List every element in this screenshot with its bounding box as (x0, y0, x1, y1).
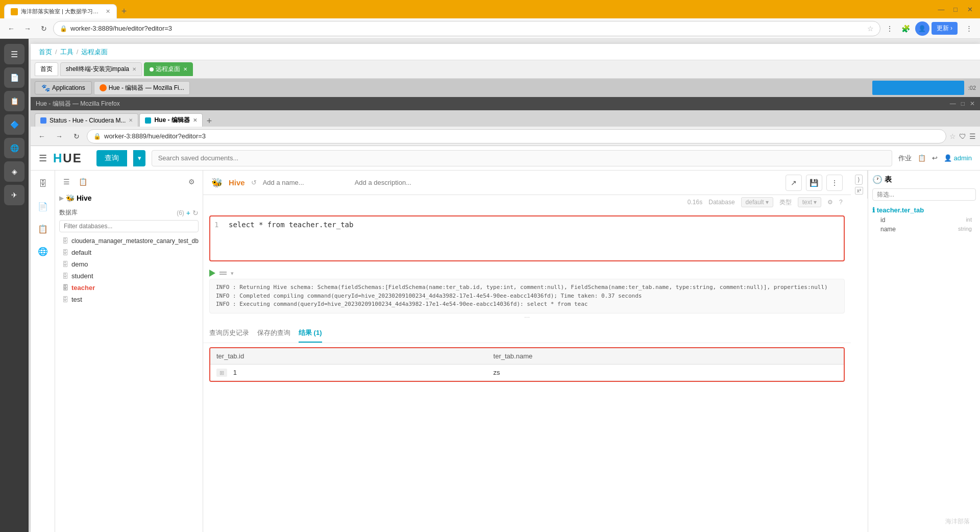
type-selector[interactable]: text ▾ (798, 197, 821, 207)
maximize-button[interactable]: □ (949, 3, 962, 15)
ff-shield-btn[interactable]: 🛡 (959, 132, 966, 140)
run-dropdown-icon[interactable]: ▾ (231, 270, 234, 277)
launcher-icon-2[interactable]: 📄 (4, 67, 24, 88)
db-item-cloudera[interactable]: 🗄 cloudera_manager_metastore_canary_test… (59, 235, 199, 247)
outer-tab-shell-close[interactable]: ✕ (132, 66, 136, 72)
sidebar-table-icon[interactable]: 📋 (34, 220, 52, 238)
forward-button[interactable]: → (20, 21, 35, 36)
tab-query-history[interactable]: 查询历史记录 (209, 326, 249, 343)
breadcrumb-home[interactable]: 首页 (39, 47, 52, 57)
ff-maximize[interactable]: □ (961, 100, 965, 107)
db-list-icon[interactable]: ☰ (59, 175, 74, 189)
db-settings-icon[interactable]: ⚙ (184, 175, 199, 189)
launcher-icon-7[interactable]: ✈ (4, 185, 24, 205)
code-editor-area[interactable]: 1 select * from teacher.ter_tab (209, 215, 845, 261)
close-button[interactable]: ✕ (964, 3, 976, 15)
outer-tab-shell[interactable]: shell终端-安装完impala ✕ (60, 62, 142, 76)
save-query-btn[interactable]: 💾 (806, 175, 822, 191)
taskbar-items: Hue - 编辑器 — Mozilla Fi... (94, 81, 870, 95)
applications-button[interactable]: 🐾 Applications (35, 81, 92, 94)
firefox-tab-hue[interactable]: Hue - 编辑器 ✕ (139, 113, 202, 127)
ff-menu-icon[interactable]: ☰ (969, 132, 976, 140)
maximize-editor-btn[interactable]: ↗ (786, 175, 802, 191)
resizer-handle[interactable]: ⋯ (203, 313, 851, 322)
query-button[interactable]: 查询 (96, 150, 127, 166)
work-btn[interactable]: 作业 (898, 154, 912, 163)
outer-tab-remote-close[interactable]: ✕ (183, 66, 187, 72)
back-button[interactable]: ← (4, 21, 18, 36)
ff-refresh-btn[interactable]: ↻ (69, 129, 84, 143)
run-button[interactable] (209, 270, 215, 277)
hue-menu-icon[interactable]: ☰ (39, 153, 47, 164)
firefox-tab-status[interactable]: Status - Hue - Cloudera M... ✕ (35, 113, 138, 127)
tab-status-close[interactable]: ✕ (129, 117, 133, 123)
outer-tab-remote[interactable]: 远程桌面 ✕ (144, 62, 193, 76)
settings-button[interactable]: ⋮ (883, 21, 897, 36)
undo-icon[interactable]: ↩ (932, 154, 938, 162)
query-desc-input[interactable] (355, 179, 440, 186)
bookmark-star-icon[interactable]: ☆ (867, 25, 874, 33)
more-options-btn[interactable]: ⋮ (826, 175, 843, 191)
assist-toggle-btn[interactable]: ⟩ (855, 175, 863, 185)
col-name-header: ter_tab.name (487, 348, 844, 365)
ff-star-icon[interactable]: ☆ (949, 132, 956, 140)
db-item-default[interactable]: 🗄 default (59, 247, 199, 258)
hive-section-header[interactable]: ▶ 🐝 Hive (59, 192, 199, 204)
col-name-item: name string (876, 225, 976, 234)
launcher-icon-3[interactable]: 📋 (4, 91, 24, 111)
firefox-new-tab-btn[interactable]: + (204, 116, 215, 127)
hue-search-input[interactable] (152, 150, 892, 166)
refresh-button[interactable]: ↻ (37, 21, 51, 36)
hue-taskbar-btn[interactable]: Hue - 编辑器 — Mozilla Fi... (94, 81, 190, 95)
row-expand-icon[interactable]: ⊞ (216, 369, 227, 377)
history-icon[interactable]: 📋 (918, 154, 926, 162)
breadcrumb-remote-desktop[interactable]: 远程桌面 (81, 47, 108, 57)
db-add-btn[interactable]: + (186, 209, 190, 217)
update-button[interactable]: 更新 › (932, 22, 958, 35)
db-filter-input[interactable] (59, 220, 199, 232)
table-tree-parent[interactable]: ℹ teacher.ter_tab (872, 205, 976, 215)
sidebar-globe-icon[interactable]: 🌐 (34, 242, 52, 260)
tab-hue-close[interactable]: ✕ (193, 117, 197, 123)
db-copy-icon[interactable]: 📋 (76, 175, 90, 189)
launcher-icon-5[interactable]: 🌐 (4, 138, 24, 158)
sidebar-db-icon[interactable]: 🗄 (34, 175, 52, 193)
address-bar[interactable]: 🔒 worker-3:8889/hue/editor?editor=3 ☆ (53, 21, 880, 36)
tab-saved-queries[interactable]: 保存的查询 (257, 326, 290, 343)
sidebar-doc-icon[interactable]: 📄 (34, 197, 52, 215)
tab1-close[interactable]: ✕ (106, 8, 110, 15)
ff-address-input[interactable]: 🔒 worker-3:8889/hue/editor?editor=3 (87, 129, 946, 143)
run-settings-btn[interactable] (219, 272, 227, 275)
breadcrumb-tools[interactable]: 工具 (60, 47, 74, 57)
help-icon[interactable]: ? (839, 199, 843, 206)
db-refresh-btn[interactable]: ↻ (192, 209, 199, 217)
outer-tab-home[interactable]: 首页 (35, 62, 58, 76)
new-tab-button[interactable]: + (117, 4, 131, 18)
extensions-button[interactable]: 🧩 (899, 21, 913, 36)
db-item-test[interactable]: 🗄 test (59, 294, 199, 305)
database-selector[interactable]: default ▾ (741, 197, 773, 207)
tab-results[interactable]: 结果 (1) (299, 326, 322, 343)
browser-tab-1[interactable]: 海沣部落实验室 | 大数据学习云... ✕ (4, 4, 117, 18)
menu-button[interactable]: ⋮ (962, 21, 976, 36)
admin-user-btn[interactable]: 👤 admin (944, 154, 972, 162)
ff-minimize[interactable]: — (950, 100, 956, 107)
settings-query-icon[interactable]: ⚙ (827, 199, 833, 206)
ff-forward-btn[interactable]: → (52, 129, 66, 143)
ff-close[interactable]: ✕ (970, 100, 975, 107)
query-name-input[interactable] (263, 179, 349, 186)
db-item-teacher[interactable]: 🗄 teacher (59, 282, 199, 294)
db-item-student[interactable]: 🗄 student (59, 270, 199, 282)
db-item-demo[interactable]: 🗄 demo (59, 258, 199, 270)
right-panel-filter[interactable] (872, 188, 976, 201)
launcher-icon-6[interactable]: ◈ (4, 161, 24, 182)
query-code[interactable]: select * from teacher.ter_tab (229, 221, 353, 229)
undo-query-icon[interactable]: ↺ (251, 179, 257, 186)
profile-button[interactable]: 👤 (915, 21, 929, 36)
launcher-icon-1[interactable]: ☰ (4, 44, 24, 64)
launcher-icon-4[interactable]: 🔷 (4, 114, 24, 135)
query-dropdown-button[interactable]: ▾ (133, 150, 145, 166)
ff-back-btn[interactable]: ← (35, 129, 49, 143)
x2-toggle-btn[interactable]: x² (855, 187, 863, 195)
minimize-button[interactable]: — (935, 3, 947, 15)
